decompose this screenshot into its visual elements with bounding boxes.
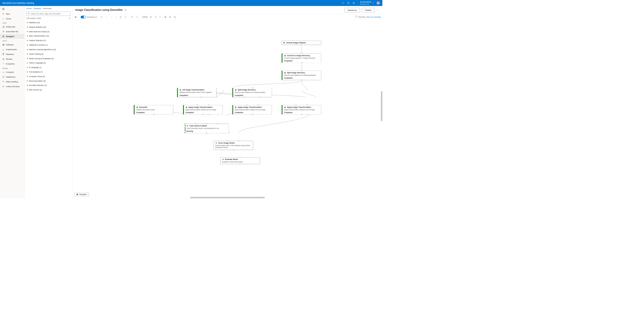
caret-right-icon xyxy=(27,80,28,82)
spinner-icon xyxy=(355,16,358,18)
compute-icon: ▭ xyxy=(2,71,5,73)
delete-icon[interactable]: 🗑 xyxy=(123,15,128,19)
asset-category[interactable]: Model Training (4) xyxy=(25,52,72,56)
workspace-switcher[interactable]: pb-dsp-internal pb-dsp-ml-ws xyxy=(357,1,374,5)
search-input[interactable] xyxy=(26,12,70,16)
fit-icon[interactable]: ⛶ xyxy=(135,15,139,19)
asset-category[interactable]: Datasets (10) xyxy=(25,20,72,25)
asset-category[interactable]: Statistical Functions (1) xyxy=(25,43,72,47)
feedback-icon[interactable] xyxy=(352,2,355,5)
vertical-scrollbar[interactable] xyxy=(381,91,382,121)
asset-category[interactable]: Model Scoring & Evaluation (6) xyxy=(25,56,72,61)
asset-category[interactable]: Web Service (2) xyxy=(25,88,72,92)
canvas-header: Image Classification using DenseNet Canc… xyxy=(72,6,382,14)
zoom-out-icon[interactable]: ⊖ xyxy=(154,15,158,19)
asset-category[interactable]: Anomaly Detection (2) xyxy=(25,83,72,88)
asset-category[interactable]: Recommendation (5) xyxy=(25,79,72,83)
nav-new[interactable]: +New xyxy=(0,11,24,16)
node-score-image-model[interactable]: ≋Score Image Model Predict image class o… xyxy=(214,141,253,150)
nav-linked[interactable]: ⚲Linked Services xyxy=(0,84,24,89)
navigator-icon: ▦ xyxy=(76,193,78,195)
avatar[interactable]: MS xyxy=(376,1,380,5)
node-evaluate-model[interactable]: ≋Evaluate Model Evaluate model performan… xyxy=(220,157,260,164)
caret-right-icon xyxy=(27,44,28,46)
breadcrumb-designer[interactable]: Designer xyxy=(33,7,41,10)
asset-category[interactable]: Feature Selection (2) xyxy=(25,38,72,43)
copy-icon[interactable]: ⎘ xyxy=(114,15,118,19)
node-convert-to-image-directory[interactable]: ◉Convert to Image Directory Convert imag… xyxy=(281,53,321,63)
undo-icon[interactable]: ↶ xyxy=(104,15,108,19)
nav-endpoints[interactable]: ⟟Endpoints xyxy=(0,61,24,66)
breadcrumb-home[interactable]: Home xyxy=(26,7,32,10)
nav-section-author: Author xyxy=(0,21,24,24)
asset-category[interactable]: Sample datasets (16) xyxy=(25,25,72,29)
auto-layout-icon[interactable]: ⊡ xyxy=(130,15,134,19)
sidebar-toggle-icon[interactable]: ▮▯ xyxy=(74,15,78,19)
nav-section-assets: Assets xyxy=(0,39,24,42)
redo-icon[interactable]: ↷ xyxy=(109,15,113,19)
nav-home[interactable]: ⌂Home xyxy=(0,16,24,21)
asset-category[interactable]: Machine Learning Algorithms (19) xyxy=(25,47,72,52)
save-icon[interactable]: 🖫 xyxy=(99,15,104,19)
nav-designer[interactable]: ⊞Designer xyxy=(0,34,24,39)
experiments-icon: △ xyxy=(2,48,5,51)
node-densenet[interactable]: ◉DenseNet Initialize DenseNet model. Com… xyxy=(134,105,173,115)
node-animal-images-dataset[interactable]: 🗎Animal Images Dataset xyxy=(281,41,321,45)
hamburger-icon[interactable] xyxy=(0,7,24,11)
horizontal-scrollbar[interactable] xyxy=(190,197,265,198)
module-icon: ◉ xyxy=(136,106,138,108)
asset-category[interactable]: Text Analytics (7) xyxy=(25,70,72,74)
paste-icon[interactable]: 📋 xyxy=(118,15,123,19)
nav-datastores[interactable]: ☰Datastores xyxy=(0,74,24,79)
fullscreen-icon[interactable]: ⛶ xyxy=(158,15,163,19)
search-canvas-icon[interactable]: 🔍 xyxy=(173,15,177,19)
node-apply-image-transformation-3[interactable]: ◉Apply Image Transformation Apply transf… xyxy=(281,105,321,115)
caret-right-icon xyxy=(27,67,28,68)
module-icon: ◉ xyxy=(185,106,187,108)
zoom-in-icon[interactable]: ⊕ xyxy=(149,15,153,19)
view-run-overview-link[interactable]: View run overview xyxy=(366,16,381,18)
svg-point-4 xyxy=(354,3,354,3)
minimap-icon[interactable]: ▤ xyxy=(163,15,168,19)
cancel-run-button[interactable]: Cancel run xyxy=(344,8,360,12)
help-icon[interactable] xyxy=(347,2,350,5)
run-status: Running xyxy=(355,16,365,18)
autosave-toggle[interactable]: Autosave on xyxy=(81,16,97,18)
pipeline-canvas[interactable]: 🗎Animal Images Dataset ◉Convert to Image… xyxy=(72,20,382,198)
zoom-level[interactable]: 100% ▾ xyxy=(142,15,148,19)
settings-icon[interactable] xyxy=(341,2,344,5)
nav-datasets[interactable]: ▦Datasets xyxy=(0,42,24,47)
nav-notebooks[interactable]: ▤Notebooks xyxy=(0,24,24,29)
node-apply-image-transformation-2[interactable]: ◉Apply Image Transformation Apply transf… xyxy=(232,105,272,115)
navigator-button[interactable]: ▦ Navigator xyxy=(74,193,89,196)
asset-category[interactable]: Data Input and Output (3) xyxy=(25,29,72,34)
nav-models[interactable]: ◍Models xyxy=(0,56,24,61)
node-train-pytorch-model[interactable]: ⚙Train PyTorch Model Train DenseNet mode… xyxy=(184,124,228,133)
svg-point-5 xyxy=(28,13,29,14)
nav-compute[interactable]: ▭Compute xyxy=(0,70,24,74)
asset-category[interactable]: R Language (1) xyxy=(25,65,72,70)
node-init-image-transformation[interactable]: ◉Init Image Transformation Initialize tr… xyxy=(177,88,217,97)
automl-icon: ⚗ xyxy=(2,30,5,33)
more-icon[interactable]: ··· xyxy=(376,9,379,12)
nav-pipelines[interactable]: ≣Pipelines xyxy=(0,52,24,56)
toggle-icon xyxy=(81,16,86,18)
asset-category[interactable]: Computer Vision (6) xyxy=(25,74,72,79)
caret-right-icon xyxy=(27,40,28,41)
module-icon: ◉ xyxy=(179,89,181,91)
caret-right-icon xyxy=(27,71,28,73)
evaluate-icon: ≋ xyxy=(222,158,224,160)
publish-button[interactable]: Publish xyxy=(362,8,374,12)
asset-category[interactable]: Python Language (2) xyxy=(25,61,72,65)
refresh-icon[interactable]: ⟳ xyxy=(69,17,70,19)
nav-datalabeling[interactable]: ✎Data Labeling xyxy=(0,79,24,84)
node-split-image-directory-2[interactable]: ◉Split Image Directory Split the input d… xyxy=(232,88,272,97)
gear-icon[interactable] xyxy=(124,9,127,11)
nav-experiments[interactable]: △Experiments xyxy=(0,47,24,52)
nav-automl[interactable]: ⚗Automated ML xyxy=(0,29,24,34)
node-split-image-directory-1[interactable]: ◉Split Image Directory Split the input d… xyxy=(281,71,321,80)
asset-category[interactable]: Data Transformation (19) xyxy=(25,34,72,38)
module-icon: ◉ xyxy=(284,54,286,56)
grid-icon[interactable]: ⊞ xyxy=(168,15,172,19)
node-apply-image-transformation-1[interactable]: ◉Apply Image Transformation Apply transf… xyxy=(183,105,222,115)
